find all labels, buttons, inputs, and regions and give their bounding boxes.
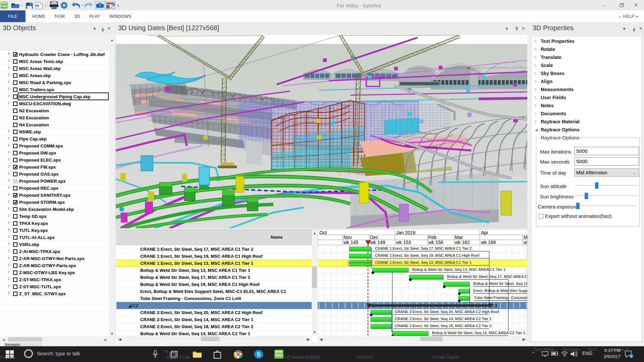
svg-text:PRO: PRO: [275, 354, 283, 357]
svg-text:PRO: PRO: [1, 5, 7, 8]
svg-text:S: S: [257, 351, 260, 358]
svg-text:6: 6: [630, 355, 632, 358]
